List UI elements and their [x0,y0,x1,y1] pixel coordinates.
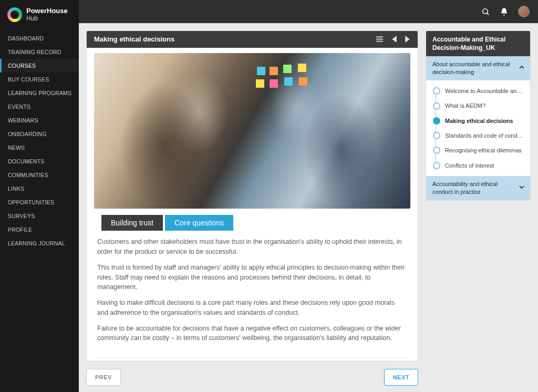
next-arrow-icon[interactable] [405,36,410,43]
tab-core-questions[interactable]: Core questions [165,215,233,231]
outline-section-label: About accountable and ethical decision-m… [432,61,510,75]
nav-surveys[interactable]: SURVEYS [0,209,79,223]
lesson-header: Making ethical decisions [87,31,418,48]
outline-item-what-is-aedm[interactable]: What is AEDM? [426,98,530,113]
topbar [79,0,538,23]
nav-webinars[interactable]: WEBINARS [0,114,79,127]
nav-communities[interactable]: COMMUNITIES [0,168,79,182]
svg-line-1 [487,13,489,14]
search-icon[interactable] [481,7,490,16]
lesson-paragraph: Customers and other stakeholders must ha… [97,237,407,257]
brand-text: PowerHouse Hub [26,7,68,22]
outline-section-about[interactable]: About accountable and ethical decision-m… [426,56,530,80]
nav-training-record[interactable]: TRAINING RECORD [0,45,79,59]
primary-nav: DASHBOARD TRAINING RECORD COURSES BUY CO… [0,32,79,250]
nav-dashboard[interactable]: DASHBOARD [0,32,79,45]
lesson-paragraph: Having to make difficult decisions is a … [97,298,407,318]
outline-section-practice[interactable]: Accountability and ethical conduct in pr… [426,176,530,200]
svg-rect-3 [376,39,383,40]
lesson-paragraph: This trust is formed by staff and manage… [97,263,407,292]
brand-line1: PowerHouse [26,7,68,15]
nav-documents[interactable]: DOCUMENTS [0,154,79,168]
svg-rect-4 [376,41,383,42]
outline-course-title: Accountable and Ethical Decision-Making_… [426,31,530,56]
lesson-title: Making ethical decisions [94,35,174,43]
prev-arrow-icon[interactable] [391,36,397,43]
main-area: Making ethical decisions [79,0,538,392]
chevron-up-icon [519,64,525,73]
nav-news[interactable]: NEWS [0,141,79,154]
nav-buy-courses[interactable]: BUY COURSES [0,73,79,86]
outline-item-recognising-dilemmas[interactable]: Recognising ethical dilemmas [426,143,530,158]
tab-building-trust[interactable]: Building trust [101,215,163,231]
notifications-icon[interactable] [500,7,509,16]
nav-links[interactable]: LINKS [0,182,79,195]
brand-line2: Hub [26,15,68,22]
lesson-body: Customers and other stakeholders must ha… [87,231,418,356]
brand-mark-icon [7,7,22,22]
svg-point-0 [483,8,488,13]
nav-events[interactable]: EVENTS [0,100,79,114]
nav-learning-journal[interactable]: LEARNING JOURNAL [0,236,79,250]
chevron-down-icon [519,184,525,192]
outline-item-conflicts[interactable]: Conflicts of interest [426,158,530,173]
menu-icon[interactable] [375,35,384,44]
sidebar: PowerHouse Hub DASHBOARD TRAINING RECORD… [0,0,79,392]
course-outline: Accountable and Ethical Decision-Making_… [426,30,531,201]
nav-learning-programs[interactable]: LEARNING PROGRAMS [0,86,79,100]
outline-item-welcome[interactable]: Welcome to Accountable and Ethical D… [426,84,530,98]
lesson-panel: Making ethical decisions [86,30,418,362]
next-button[interactable]: NEXT [384,369,418,386]
pager: PREV NEXT [86,369,418,386]
nav-onboarding[interactable]: ONBOARDING [0,127,79,141]
divider [97,357,407,358]
brand-logo[interactable]: PowerHouse Hub [0,0,79,32]
svg-rect-2 [376,37,383,38]
nav-profile[interactable]: PROFILE [0,223,79,236]
nav-opportunities[interactable]: OPPORTUNITIES [0,195,79,209]
lesson-hero-image [94,53,410,209]
lesson-paragraph: Failure to be accountable for decisions … [97,324,407,344]
avatar[interactable] [518,6,530,17]
outline-items: Welcome to Accountable and Ethical D… Wh… [426,80,530,176]
outline-section-label: Accountability and ethical conduct in pr… [432,181,498,195]
outline-item-making-ethical-decisions[interactable]: Making ethical decisions [426,114,530,128]
nav-courses[interactable]: COURSES [0,59,79,73]
prev-button[interactable]: PREV [86,369,121,386]
outline-item-standards[interactable]: Standards and code of conduct [426,128,530,143]
content-tabs: Building trust Core questions [101,215,410,231]
